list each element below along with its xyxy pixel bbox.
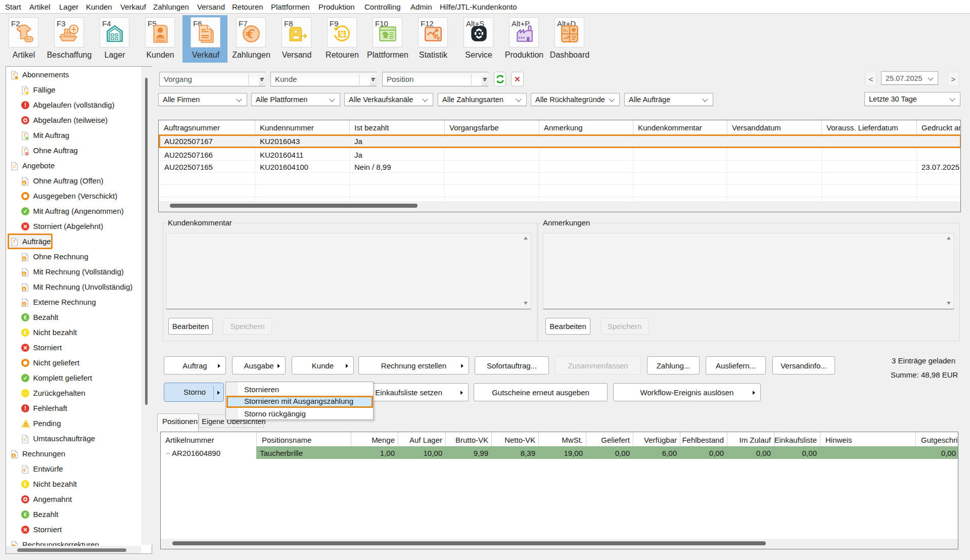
svg-text:€: € bbox=[23, 468, 26, 473]
svg-text:€: € bbox=[23, 272, 26, 276]
svg-text:!: ! bbox=[13, 239, 15, 245]
svg-text:€: € bbox=[13, 454, 15, 458]
svg-text:€: € bbox=[23, 287, 26, 292]
svg-text:€: € bbox=[23, 181, 26, 185]
svg-text:€: € bbox=[23, 257, 26, 261]
svg-text:€: € bbox=[23, 302, 26, 307]
